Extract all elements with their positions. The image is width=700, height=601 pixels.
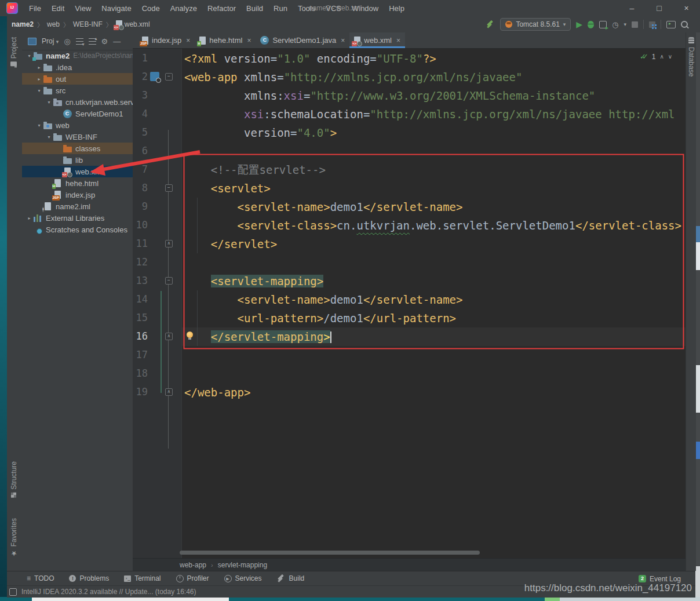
inspections-widget[interactable]: ✓✓ 1 ∧ ∨: [640, 52, 672, 61]
tool-window-todo-icon: ≡: [27, 574, 31, 582]
profiler-chevron-icon[interactable]: ▾: [624, 21, 626, 27]
build-hammer-icon[interactable]: [486, 20, 495, 29]
status-message[interactable]: IntelliJ IDEA 2020.3.2 available // Upda…: [21, 588, 196, 596]
tree-item-Scratches and Consoles[interactable]: Scratches and Consoles: [22, 224, 133, 235]
tab-close-icon[interactable]: ×: [341, 37, 345, 45]
project-structure-icon[interactable]: [649, 21, 655, 28]
tree-chevron-icon[interactable]: ▸: [35, 77, 43, 82]
maximize-button[interactable]: □: [646, 0, 673, 16]
menu-item-build[interactable]: Build: [241, 2, 268, 15]
menu-item-file[interactable]: File: [24, 2, 46, 15]
menu-item-run[interactable]: Run: [268, 2, 293, 15]
editor-tab-hehe.html[interactable]: Hhehe.html×: [195, 32, 256, 48]
intention-bulb-icon[interactable]: [187, 332, 193, 338]
breadcrumb-item-WEB-INF[interactable]: WEB-INF: [73, 20, 103, 28]
editor-tab-ServletDemo1.java[interactable]: CServletDemo1.java×: [256, 32, 349, 48]
hide-panel-icon[interactable]: —: [113, 37, 121, 46]
breadcrumb-item-web.xml[interactable]: web.xml: [125, 20, 150, 28]
tree-item-src[interactable]: ▾src: [22, 85, 133, 96]
expand-all-icon[interactable]: [76, 38, 83, 45]
tree-item-index.jsp[interactable]: JSPindex.jsp: [22, 189, 133, 201]
tool-window-button-profiler[interactable]: Profiler: [176, 574, 209, 582]
tree-item-cn.utkvrjan.web.servlet[interactable]: ▾cn.utkvrjan.web.servlet: [22, 96, 133, 108]
breadcrumb-item-web[interactable]: web: [47, 20, 60, 28]
code-editor[interactable]: <?xml version="1.0" encoding="UTF-8"?><w…: [184, 49, 685, 432]
tree-item-.idea[interactable]: ▸.idea: [22, 61, 133, 73]
menu-item-help[interactable]: Help: [384, 2, 410, 15]
tree-chevron-icon[interactable]: ▾: [35, 88, 43, 93]
search-everywhere-icon[interactable]: [681, 21, 688, 28]
tree-chevron-icon[interactable]: ▾: [45, 134, 53, 140]
close-button[interactable]: ×: [673, 0, 700, 16]
tab-close-icon[interactable]: ×: [247, 37, 251, 45]
tool-window-button-structure[interactable]: Structure: [10, 461, 18, 498]
tree-item-WEB-INF[interactable]: ▾WEB-INF: [22, 131, 133, 143]
tree-item-ServletDemo1[interactable]: CServletDemo1: [22, 108, 133, 119]
tree-chevron-icon[interactable]: ▸: [25, 216, 33, 221]
editor-breadcrumb-web-app[interactable]: web-app: [180, 561, 206, 569]
chevron-down-icon: ▾: [563, 21, 566, 27]
menu-item-edit[interactable]: Edit: [46, 2, 70, 15]
tree-item-web[interactable]: ▾web: [22, 119, 133, 131]
tree-item-External Libraries[interactable]: ▸External Libraries: [22, 212, 133, 224]
tree-item-hehe.html[interactable]: Hhehe.html: [22, 177, 133, 189]
html-file-icon: H: [199, 37, 206, 45]
fold-marker-icon[interactable]: ∧: [165, 333, 173, 340]
event-log-badge: 2: [639, 575, 646, 582]
tree-item-name2.iml[interactable]: Iname2.iml: [22, 201, 133, 212]
collapse-all-icon[interactable]: [89, 38, 96, 45]
tool-window-button-favorites[interactable]: ★ Favorites: [10, 518, 18, 558]
tree-item-name2[interactable]: ▾name2E:\IdeaProjects\name2: [22, 50, 133, 61]
project-view-selector[interactable]: Proj ▾: [42, 37, 59, 45]
editor-tab-label: ServletDemo1.java: [272, 36, 336, 45]
project-tool-window: Proj ▾ ◎ ⚙ — ▾name2E:\IdeaProjects\name2…: [22, 32, 133, 571]
tab-close-icon[interactable]: ×: [396, 37, 400, 45]
fold-marker-icon[interactable]: ∧: [165, 240, 173, 247]
tree-chevron-icon[interactable]: ▾: [45, 100, 53, 105]
tool-window-button-services[interactable]: ▶Services: [224, 574, 262, 582]
tree-chevron-icon[interactable]: ▾: [35, 123, 43, 128]
run-button[interactable]: ▶: [576, 20, 582, 28]
editor-tab-label: web.xml: [364, 36, 392, 45]
run-with-coverage-button[interactable]: [599, 21, 607, 28]
fold-marker-icon[interactable]: −: [165, 184, 173, 192]
previous-problem-icon[interactable]: ∧: [659, 53, 663, 60]
tool-window-button-project[interactable]: Project: [10, 37, 18, 66]
menu-item-view[interactable]: View: [70, 2, 96, 15]
horizontal-scrollbar[interactable]: [180, 551, 480, 555]
debug-button[interactable]: [588, 21, 594, 28]
menu-item-refactor[interactable]: Refactor: [202, 2, 241, 15]
minimize-button[interactable]: –: [618, 0, 646, 16]
fold-marker-icon[interactable]: ∧: [165, 388, 173, 396]
profiler-button[interactable]: ◷: [612, 21, 618, 28]
tree-item-lib[interactable]: lib: [22, 154, 133, 166]
tool-window-button-problems[interactable]: !Problems: [69, 574, 109, 582]
menu-item-navigate[interactable]: Navigate: [96, 2, 136, 15]
fold-marker-icon[interactable]: −: [165, 277, 173, 285]
web-app-gutter-icon[interactable]: [150, 72, 159, 81]
line-number-3: 3: [133, 86, 148, 104]
tree-item-classes[interactable]: classes: [22, 143, 133, 154]
tool-window-button-build[interactable]: Build: [277, 574, 305, 583]
locate-file-icon[interactable]: ◎: [64, 37, 70, 46]
tree-item-web.xml[interactable]: <>web.xml: [22, 166, 133, 177]
settings-gear-icon[interactable]: ⚙: [101, 37, 108, 46]
tree-chevron-icon[interactable]: ▸: [35, 65, 43, 70]
menu-item-analyze[interactable]: Analyze: [165, 2, 202, 15]
tool-window-button-todo[interactable]: ≡TODO: [27, 574, 54, 582]
editor-breadcrumb-servlet-mapping[interactable]: servlet-mapping: [218, 561, 267, 569]
status-restore-icon[interactable]: [9, 588, 17, 596]
tree-item-label: hehe.html: [65, 179, 99, 188]
tab-close-icon[interactable]: ×: [186, 37, 190, 45]
menu-item-code[interactable]: Code: [137, 2, 165, 15]
preview-icon[interactable]: [666, 21, 676, 28]
run-configuration-select[interactable]: Tomcat 8.5.61 ▾: [500, 18, 571, 31]
next-problem-icon[interactable]: ∨: [668, 53, 672, 60]
tool-window-button-terminal[interactable]: ›_Terminal: [124, 574, 161, 582]
fold-marker-icon[interactable]: −: [165, 73, 173, 81]
breadcrumb-item-name2[interactable]: name2: [12, 20, 34, 28]
editor-tab-web.xml[interactable]: <>web.xml×: [349, 32, 405, 48]
tree-item-out[interactable]: ▸out: [22, 73, 133, 85]
editor-tab-index.jsp[interactable]: JSPindex.jsp×: [137, 32, 195, 48]
tool-window-button-database[interactable]: Database: [687, 37, 695, 77]
